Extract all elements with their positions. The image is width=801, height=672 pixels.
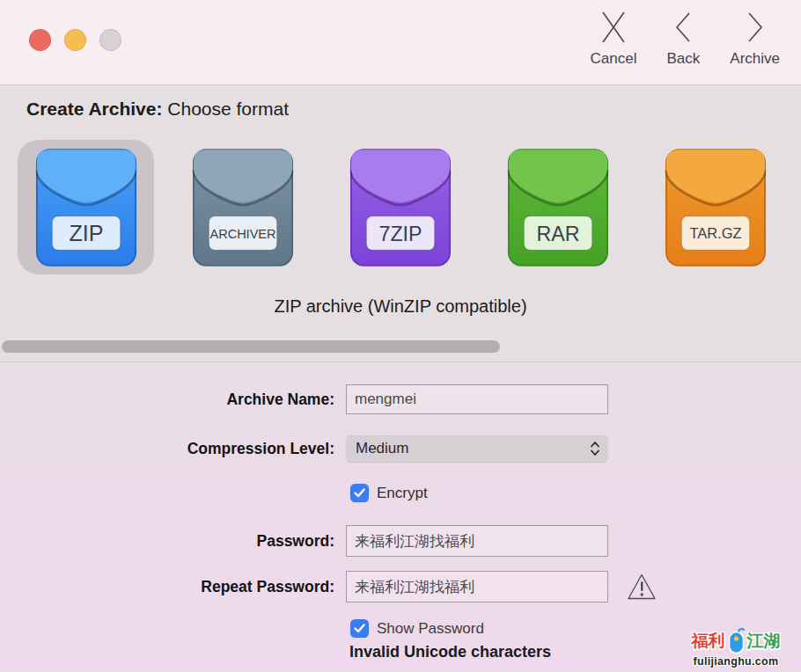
page-title-sub: Choose format (167, 99, 289, 119)
horizontal-scrollbar[interactable] (0, 340, 801, 353)
watermark-url: fulijianghu.com (678, 656, 794, 668)
format-option-zip[interactable]: ZIP (18, 140, 154, 274)
rar-archive-icon: RAR (507, 147, 609, 268)
targz-archive-icon: TAR.GZ (665, 147, 767, 268)
svg-text:ZIP: ZIP (69, 220, 103, 245)
repeat-password-label: Repeat Password: (0, 578, 346, 596)
format-icon-list: ZIPARCHIVER7ZIPRARTAR.GZ (18, 140, 783, 274)
show-password-label: Show Password (377, 620, 484, 638)
minimize-window-button[interactable] (64, 29, 86, 51)
format-option-rar[interactable]: RAR (489, 140, 626, 274)
checkmark-icon (354, 488, 365, 498)
toolbar-buttons: Cancel Back Archive (591, 9, 780, 68)
page-title: Create Archive: Choose format (0, 85, 801, 120)
compression-level-value: Medium (356, 440, 408, 457)
format-option-7zip[interactable]: 7ZIP (333, 140, 469, 274)
cancel-button[interactable]: Cancel (591, 9, 637, 68)
encrypt-label: Encrypt (377, 485, 428, 502)
compression-level-select[interactable]: Medium (346, 435, 608, 462)
checkmark-icon (354, 624, 365, 633)
updown-chevrons-icon (590, 441, 600, 457)
archive-button[interactable]: Archive (730, 9, 780, 68)
chevron-left-icon (670, 9, 696, 46)
archive-options-form: Archive Name: Compression Level: Medium … (0, 362, 801, 671)
svg-text:RAR: RAR (536, 222, 579, 245)
password-warning-icon (626, 572, 658, 602)
repeat-password-input[interactable] (346, 571, 608, 603)
page-title-strong: Create Archive: (26, 99, 162, 119)
back-button[interactable]: Back (667, 9, 701, 68)
watermark: 福利 江湖 fulijianghu.com (678, 627, 794, 668)
encrypt-checkbox[interactable] (350, 484, 369, 502)
cancel-x-icon (597, 9, 630, 46)
format-section: Create Archive: Choose format ZIPARCHIVE… (0, 85, 801, 362)
archive-label: Archive (730, 51, 780, 68)
archive-name-label: Archive Name: (0, 391, 346, 409)
watermark-left-text: 福利 (692, 632, 725, 649)
chevron-right-icon (742, 9, 768, 46)
format-option-targz[interactable]: TAR.GZ (647, 140, 783, 274)
toolbar: Cancel Back Archive (0, 0, 801, 85)
format-option-archiver[interactable]: ARCHIVER (175, 140, 312, 274)
compression-row: Compression Level: Medium (0, 435, 801, 462)
password-input[interactable] (346, 525, 608, 557)
cancel-label: Cancel (591, 51, 637, 68)
repeat-password-row: Repeat Password: (0, 571, 801, 603)
archive-name-input[interactable] (346, 384, 608, 414)
password-label: Password: (0, 532, 346, 551)
svg-text:TAR.GZ: TAR.GZ (689, 224, 741, 240)
close-window-button[interactable] (29, 29, 51, 51)
traffic-lights (29, 29, 121, 51)
mouse-icon (726, 627, 746, 654)
format-caption: ZIP archive (WinZIP compatible) (0, 296, 801, 317)
zoom-window-button[interactable] (99, 29, 121, 51)
encrypt-row: Encrypt (350, 484, 801, 502)
watermark-right-text: 江湖 (747, 632, 781, 649)
svg-text:7ZIP: 7ZIP (379, 222, 423, 245)
scrollbar-thumb[interactable] (2, 340, 500, 353)
archive-name-row: Archive Name: (0, 384, 801, 414)
create-archive-window: Cancel Back Archive Create Archive: Choo… (0, 0, 801, 672)
compression-level-label: Compression Level: (0, 440, 346, 458)
back-label: Back (667, 51, 701, 68)
zip-archive-icon: ZIP (35, 147, 137, 268)
archiver-archive-icon: ARCHIVER (192, 147, 294, 268)
password-row: Password: (0, 525, 801, 557)
show-password-checkbox[interactable] (350, 619, 369, 638)
7zip-archive-icon: 7ZIP (349, 147, 452, 268)
svg-text:ARCHIVER: ARCHIVER (210, 226, 276, 240)
